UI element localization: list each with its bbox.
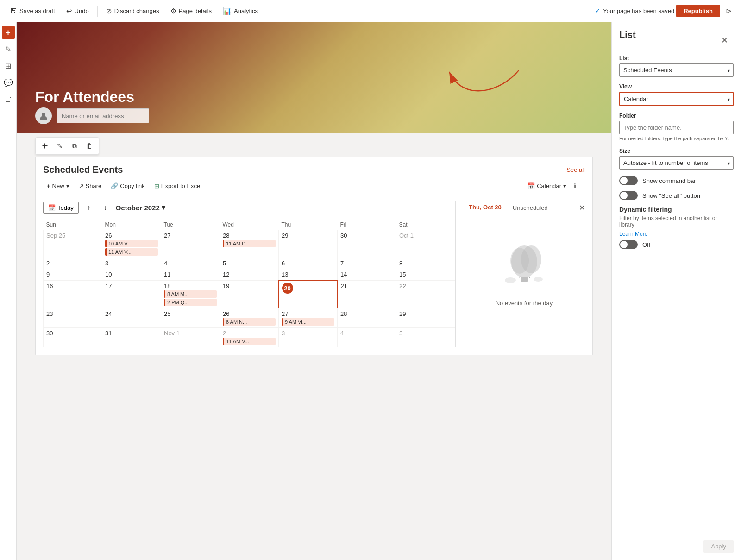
- command-bar-label: Show command bar: [642, 177, 696, 184]
- month-label[interactable]: October 2022 ▾: [116, 203, 165, 212]
- event-pill[interactable]: 9 AM Vi...: [282, 318, 334, 326]
- calendar-cell[interactable]: 10: [102, 269, 161, 281]
- calendar-cell[interactable]: 14: [338, 269, 396, 281]
- calendar-cell[interactable]: 7: [338, 258, 396, 269]
- event-pill[interactable]: 11 AM V...: [223, 338, 276, 345]
- calendar-cell[interactable]: Nov 1: [161, 328, 220, 347]
- day-number: 16: [46, 283, 99, 289]
- calendar-cell[interactable]: 4: [161, 258, 220, 269]
- calendar-cell[interactable]: 19: [220, 280, 279, 308]
- undo-button[interactable]: ↩ Undo: [62, 5, 94, 17]
- list-select[interactable]: Scheduled Events: [619, 63, 734, 77]
- duplicate-button[interactable]: ⧉: [68, 139, 81, 152]
- toolbar: 🖫 Save as draft ↩ Undo ⊘ Discard changes…: [0, 0, 741, 22]
- calendar-cell[interactable]: 279 AM Vi...: [279, 308, 338, 328]
- move-button[interactable]: [38, 139, 51, 152]
- info-button[interactable]: ℹ: [572, 181, 585, 191]
- calendar-cell[interactable]: 25: [161, 308, 220, 328]
- size-select[interactable]: Autosize - fit to number of items: [619, 156, 734, 170]
- calendar-cell[interactable]: 31: [102, 328, 161, 347]
- calendar-cell[interactable]: 22: [396, 280, 455, 308]
- divider: [97, 6, 98, 17]
- event-pill[interactable]: 8 AM N...: [223, 318, 276, 326]
- tab-unscheduled[interactable]: Unscheduled: [507, 201, 553, 214]
- dynamic-filtering-toggle[interactable]: [619, 240, 638, 249]
- calendar-cell[interactable]: 16: [44, 280, 102, 308]
- calendar-cell[interactable]: 21: [338, 280, 396, 308]
- command-bar-toggle[interactable]: [619, 176, 638, 185]
- calendar-cell[interactable]: 8: [396, 258, 455, 269]
- day-number: 5: [399, 330, 452, 337]
- calendar-cell[interactable]: 188 AM M...2 PM Q...: [161, 280, 220, 308]
- view-select[interactable]: Calendar: [619, 92, 734, 106]
- name-email-input[interactable]: [57, 108, 149, 123]
- copy-link-button[interactable]: 🔗 Copy link: [107, 181, 148, 191]
- calendar-cell[interactable]: 15: [396, 269, 455, 281]
- new-button[interactable]: + New ▾: [43, 181, 73, 191]
- event-pill[interactable]: 10 AM V...: [105, 240, 158, 247]
- event-pill[interactable]: 11 AM V...: [105, 248, 158, 256]
- today-button[interactable]: 📅 Today: [43, 202, 79, 214]
- learn-more-link[interactable]: Learn More: [619, 231, 734, 237]
- calendar-cell[interactable]: 268 AM N...: [220, 308, 279, 328]
- calendar-cell[interactable]: 9: [44, 269, 102, 281]
- calendar-cell[interactable]: 5: [396, 328, 455, 347]
- calendar-cell[interactable]: 5: [220, 258, 279, 269]
- calendar-cell[interactable]: 27: [161, 230, 220, 258]
- next-month-button[interactable]: ↓: [99, 201, 112, 214]
- calendar-cell[interactable]: Oct 1: [396, 230, 455, 258]
- calendar-cell[interactable]: 13: [279, 269, 338, 281]
- calendar-cell[interactable]: 30: [44, 328, 102, 347]
- calendar-cell[interactable]: 24: [102, 308, 161, 328]
- calendar-cell[interactable]: 211 AM V...: [220, 328, 279, 347]
- tab-date[interactable]: Thu, Oct 20: [463, 201, 507, 214]
- discard-button[interactable]: ⊘ Discard changes: [101, 5, 164, 17]
- calendar-cell[interactable]: 30: [338, 230, 396, 258]
- event-pill[interactable]: 8 AM M...: [164, 290, 217, 298]
- event-pill[interactable]: 2 PM Q...: [164, 299, 217, 306]
- republish-button[interactable]: Republish: [676, 5, 720, 17]
- calendar-cell[interactable]: 6: [279, 258, 338, 269]
- edit-webpart-button[interactable]: ✎: [53, 139, 66, 152]
- see-all-link[interactable]: See all: [566, 166, 585, 173]
- event-pill[interactable]: 11 AM D...: [223, 240, 276, 247]
- calendar-cell[interactable]: 11: [161, 269, 220, 281]
- trash-icon[interactable]: 🗑: [2, 93, 15, 106]
- calendar-cell[interactable]: 4: [338, 328, 396, 347]
- folder-input[interactable]: [619, 121, 734, 134]
- calendar-cell[interactable]: 17: [102, 280, 161, 308]
- see-all-toggle[interactable]: [619, 191, 638, 200]
- calendar-cell[interactable]: 29: [279, 230, 338, 258]
- collapse-button[interactable]: ⊳: [722, 5, 735, 17]
- day-number: 18: [164, 283, 217, 289]
- export-excel-button[interactable]: ⊞ Export to Excel: [151, 181, 205, 191]
- calendar-cell[interactable]: 2811 AM D...: [220, 230, 279, 258]
- add-webpart-button[interactable]: +: [2, 26, 15, 39]
- prev-month-button[interactable]: ↑: [82, 201, 95, 214]
- calendar-cell[interactable]: 28: [338, 308, 396, 328]
- layout-icon[interactable]: ⊞: [2, 59, 15, 72]
- calendar-cell[interactable]: 20: [279, 280, 338, 308]
- comment-icon[interactable]: 💬: [2, 76, 15, 89]
- calendar-cell[interactable]: Sep 25: [44, 230, 102, 258]
- delete-button[interactable]: 🗑: [83, 139, 96, 152]
- calendar-cell[interactable]: 3: [279, 328, 338, 347]
- see-all-toggle-label: Show "See all" button: [642, 192, 700, 199]
- day-detail-close-button[interactable]: ✕: [579, 203, 585, 212]
- save-draft-button[interactable]: 🖫 Save as draft: [6, 5, 60, 17]
- calendar-cell[interactable]: 29: [396, 308, 455, 328]
- analytics-button[interactable]: 📊 Analytics: [218, 5, 263, 17]
- discard-icon: ⊘: [106, 7, 112, 15]
- page-details-button[interactable]: ⚙ Page details: [166, 5, 217, 17]
- share-button[interactable]: ↗ Share: [75, 181, 106, 191]
- calendar-view-button[interactable]: 📅 Calendar ▾: [524, 181, 570, 191]
- calendar-cell[interactable]: 12: [220, 269, 279, 281]
- calendar-cell[interactable]: 23: [44, 308, 102, 328]
- list-title: Scheduled Events: [43, 164, 123, 175]
- calendar-cell[interactable]: 3: [102, 258, 161, 269]
- calendar-cell[interactable]: 2610 AM V...11 AM V...: [102, 230, 161, 258]
- apply-button[interactable]: Apply: [703, 540, 734, 553]
- calendar-cell[interactable]: 2: [44, 258, 102, 269]
- edit-icon[interactable]: ✎: [2, 43, 15, 56]
- panel-close-button[interactable]: ✕: [721, 35, 728, 45]
